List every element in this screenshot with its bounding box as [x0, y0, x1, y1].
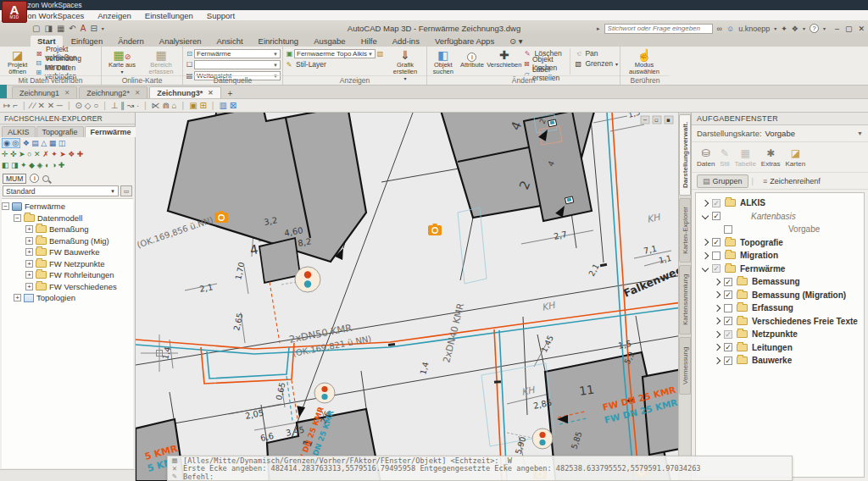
- tabelle-button[interactable]: ▦Tabelle: [734, 147, 755, 168]
- ribbon-tab-hilfe[interactable]: Hilfe: [354, 36, 384, 47]
- daten-button[interactable]: ⛁Daten: [697, 147, 715, 168]
- draw-tool-group-4[interactable]: ⊥ ∥ ↝ ∙: [111, 101, 139, 110]
- layer-bauwerke[interactable]: Bauwerke: [696, 354, 864, 368]
- doc-tab-zeichnung2[interactable]: Zeichnung2*✕: [79, 86, 147, 98]
- command-history-icon[interactable]: ▦: [170, 456, 180, 464]
- ribbon-tab-addins[interactable]: Add-ins: [386, 36, 426, 47]
- magnifier-icon[interactable]: [42, 175, 49, 182]
- tree-item-fernwaerme[interactable]: −Fernwärme: [2, 201, 133, 213]
- doc-tab-zeichnung3[interactable]: Zeichnung3*✕: [149, 86, 220, 98]
- tree-item-datenmodell[interactable]: −Datenmodell: [2, 213, 133, 224]
- share-icon[interactable]: ❖: [792, 25, 798, 33]
- ribbon-tab-aendern[interactable]: Ändern: [111, 36, 151, 47]
- draw-tool-group-1[interactable]: ↦ ⌐: [3, 101, 18, 110]
- side-tab-kartensammlung[interactable]: Kartensammlung: [679, 265, 691, 334]
- layer-leitungen[interactable]: Leitungen: [696, 341, 864, 355]
- chevron-right-icon[interactable]: [702, 200, 709, 207]
- command-cancel-icon[interactable]: ✕: [170, 465, 180, 473]
- layer-checkbox[interactable]: [724, 290, 732, 299]
- menu-support[interactable]: Support: [207, 11, 235, 20]
- help-icon[interactable]: ?: [810, 24, 819, 33]
- workspace-switcher-icon[interactable]: ⊙ ▾: [503, 36, 529, 47]
- layer-checkbox[interactable]: [724, 225, 732, 234]
- tab-topografie[interactable]: Topografie: [36, 126, 84, 137]
- signed-in-username[interactable]: u.knoepp: [738, 25, 770, 33]
- tab-fernwaerme[interactable]: Fernwärme: [85, 126, 137, 137]
- stil-layer-button[interactable]: ✎Stil-Layer: [285, 60, 385, 69]
- grenzen-button[interactable]: ▧Grenzen▾: [574, 59, 618, 68]
- search-input[interactable]: [604, 24, 713, 34]
- help-dropdown-icon[interactable]: ▾: [823, 25, 826, 31]
- layer-fernwaerme[interactable]: Fernwärme: [696, 263, 864, 276]
- restore-button[interactable]: ▢: [845, 25, 853, 33]
- tree-item-fw-rohrleitungen[interactable]: +FW Rohrleitungen: [2, 269, 133, 281]
- layer-bemassung[interactable]: Bemassung: [696, 275, 864, 289]
- draw-tool-group-5[interactable]: ⋉ ⋒ ⌂: [152, 101, 177, 110]
- layer-checkbox[interactable]: [724, 343, 732, 351]
- ribbon-tab-einrichtung[interactable]: Einrichtung: [252, 36, 306, 47]
- edit-tools-icons-2[interactable]: ✗ ✦ ➤ ❖ ✚: [42, 150, 83, 158]
- cad-canvas[interactable]: − ▫ ▪ (OK.169,856 ü.NN) 3,2 4,60 8,2 4 1…: [136, 113, 678, 481]
- darstellungskarte-combo[interactable]: Darstellungskarte: Vorgabe ▼: [692, 125, 868, 142]
- layer-checkbox[interactable]: [724, 304, 732, 312]
- layer-checkbox[interactable]: [712, 212, 721, 220]
- object-tools-icons[interactable]: ◧ ◨ ✦ ◆ ◈ ◐ ◑ ✚: [2, 161, 64, 169]
- exchange-cart-icon[interactable]: ✦: [781, 25, 787, 33]
- tree-item-bemassung-mig[interactable]: +Bemaßung (Mig): [2, 235, 133, 247]
- menu-einstellungen[interactable]: Einstellungen: [145, 11, 193, 20]
- draw-tool-group-3[interactable]: ⊙ ◇ ○: [75, 101, 99, 110]
- datasource-combo-2[interactable]: ▼: [194, 60, 281, 69]
- tab-alkis[interactable]: ALKIS: [2, 126, 36, 137]
- mum-button[interactable]: MUM: [3, 174, 26, 184]
- tree-item-fw-bauwerke[interactable]: +FW Bauwerke: [2, 246, 133, 258]
- side-tab-darstellungsverwaltung[interactable]: Darstellungsverwalt.: [679, 114, 691, 196]
- gruppen-tab[interactable]: ▤Gruppen: [697, 174, 748, 188]
- new-drawing-tab-button[interactable]: +: [223, 89, 238, 98]
- chevron-right-icon[interactable]: [714, 279, 721, 285]
- search-binoculars-icon[interactable]: ∞: [717, 25, 722, 33]
- menu-anzeigen[interactable]: Anzeigen: [97, 11, 131, 20]
- layer-erfassung[interactable]: Erfassung: [696, 301, 864, 315]
- layer-vorgabe[interactable]: Vorgabe: [696, 223, 864, 236]
- chevron-down-icon[interactable]: [702, 213, 709, 219]
- ribbon-tab-ansicht[interactable]: Ansicht: [209, 36, 249, 47]
- view-tools-icons[interactable]: ❖ ▤ △ ▦ ◫: [23, 139, 66, 147]
- karten-button[interactable]: ◪Karten: [786, 147, 806, 168]
- grafik-erstellen-button[interactable]: ⇓ Grafik erstellen ▾: [387, 48, 424, 75]
- ribbon-tab-analysieren[interactable]: Analysieren: [153, 36, 209, 47]
- command-prompt[interactable]: Befehl:: [183, 473, 214, 481]
- share-dropdown-icon[interactable]: ▾: [803, 25, 805, 31]
- display-map-combo[interactable]: Fernwaerme Topo Alkis▼: [294, 49, 376, 58]
- layer-checkbox[interactable]: [712, 199, 721, 207]
- user-dropdown-icon[interactable]: ▾: [774, 25, 776, 31]
- draw-tool-group-7[interactable]: ▥ ⊠: [219, 101, 236, 110]
- edit-tools-icons-1[interactable]: ✛ ✜ ➤ ○ ✕: [2, 150, 41, 158]
- layer-checkbox[interactable]: [712, 264, 721, 273]
- close-tab-icon[interactable]: ✕: [208, 89, 213, 97]
- stil-button[interactable]: ✎Stil: [720, 147, 729, 168]
- layer-kartenbasis[interactable]: Kartenbasis: [696, 210, 864, 224]
- layer-verschiedenes-freie-texte[interactable]: Verschiedenes Freie Texte: [696, 315, 864, 329]
- map-style-icon[interactable]: ▧: [376, 50, 385, 58]
- chevron-right-icon[interactable]: [714, 318, 721, 324]
- user-avatar-icon[interactable]: ☺: [726, 25, 734, 33]
- autocad-app-button[interactable]: AM3D: [2, 1, 27, 23]
- draw-tool-group-6[interactable]: ▣ ⊞: [189, 101, 207, 110]
- command-customize-icon[interactable]: ✎: [170, 473, 180, 480]
- chevron-right-icon[interactable]: [714, 291, 721, 298]
- layer-checkbox[interactable]: [724, 278, 732, 286]
- layer-checkbox[interactable]: [724, 317, 732, 325]
- modus-auswaehlen-button[interactable]: ☝ Modus auswählen: [622, 48, 666, 75]
- drawing-viewport[interactable]: − ▫ ▪ (OK.169,856 ü.NN) 3,2 4,60 8,2 4 1…: [136, 113, 678, 481]
- chevron-right-icon[interactable]: [714, 305, 721, 312]
- layer-topografie[interactable]: Topografie: [696, 236, 864, 250]
- pan-button[interactable]: ☜Pan: [574, 49, 618, 58]
- bereich-erfassen-button[interactable]: ▦ Bereich erfassen: [142, 48, 180, 75]
- projekt-oeffnen-button[interactable]: ◪ Projekt öffnen: [2, 48, 33, 75]
- chevron-right-icon[interactable]: [714, 357, 721, 364]
- close-tab-icon[interactable]: ✕: [64, 89, 70, 97]
- chevron-right-icon[interactable]: [714, 344, 721, 351]
- layer-checkbox[interactable]: [724, 357, 732, 365]
- close-button[interactable]: ✕: [858, 25, 865, 33]
- layer-bemassung-migration[interactable]: Bemassung (Migration): [696, 289, 864, 302]
